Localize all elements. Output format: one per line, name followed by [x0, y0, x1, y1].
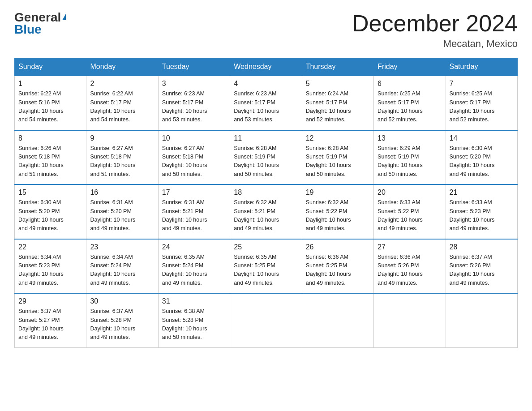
day-info: Sunrise: 6:27 AM Sunset: 5:18 PM Dayligh… — [162, 144, 226, 179]
day-info: Sunrise: 6:25 AM Sunset: 5:17 PM Dayligh… — [450, 90, 514, 124]
day-number: 18 — [234, 188, 298, 197]
logo-triangle-icon — [62, 14, 66, 20]
calendar-cell: 31 Sunrise: 6:38 AM Sunset: 5:28 PM Dayl… — [158, 293, 230, 347]
day-info: Sunrise: 6:37 AM Sunset: 5:27 PM Dayligh… — [18, 307, 82, 342]
calendar-cell: 1 Sunrise: 6:22 AM Sunset: 5:16 PM Dayli… — [15, 76, 86, 130]
day-number: 7 — [450, 80, 514, 88]
day-number: 4 — [234, 80, 298, 88]
day-number: 25 — [234, 243, 298, 251]
calendar-table: SundayMondayTuesdayWednesdayThursdayFrid… — [14, 58, 518, 348]
day-info: Sunrise: 6:36 AM Sunset: 5:25 PM Dayligh… — [306, 253, 370, 288]
calendar-cell — [302, 293, 373, 347]
day-info: Sunrise: 6:37 AM Sunset: 5:26 PM Dayligh… — [450, 253, 514, 288]
calendar-cell: 23 Sunrise: 6:34 AM Sunset: 5:24 PM Dayl… — [86, 239, 158, 294]
day-info: Sunrise: 6:28 AM Sunset: 5:19 PM Dayligh… — [306, 144, 370, 179]
calendar-cell: 26 Sunrise: 6:36 AM Sunset: 5:25 PM Dayl… — [302, 239, 373, 294]
day-number: 29 — [18, 297, 82, 305]
calendar-cell: 24 Sunrise: 6:35 AM Sunset: 5:24 PM Dayl… — [158, 239, 230, 294]
calendar-cell: 10 Sunrise: 6:27 AM Sunset: 5:18 PM Dayl… — [158, 130, 230, 185]
header-row: SundayMondayTuesdayWednesdayThursdayFrid… — [15, 58, 518, 76]
day-info: Sunrise: 6:22 AM Sunset: 5:16 PM Dayligh… — [18, 90, 82, 124]
title-area: December 2024 Mecatan, Mexico — [352, 11, 518, 50]
calendar-cell: 9 Sunrise: 6:27 AM Sunset: 5:18 PM Dayli… — [86, 130, 158, 185]
day-number: 3 — [162, 80, 226, 88]
calendar-cell — [374, 293, 446, 347]
day-number: 20 — [378, 188, 442, 197]
calendar-cell — [446, 293, 517, 347]
col-header-monday: Monday — [86, 58, 158, 76]
day-info: Sunrise: 6:24 AM Sunset: 5:17 PM Dayligh… — [306, 90, 370, 124]
day-info: Sunrise: 6:30 AM Sunset: 5:20 PM Dayligh… — [450, 144, 514, 179]
day-number: 28 — [450, 243, 514, 251]
day-info: Sunrise: 6:33 AM Sunset: 5:22 PM Dayligh… — [378, 198, 442, 233]
day-info: Sunrise: 6:30 AM Sunset: 5:20 PM Dayligh… — [18, 198, 82, 233]
calendar-cell — [230, 293, 302, 347]
day-info: Sunrise: 6:28 AM Sunset: 5:19 PM Dayligh… — [234, 144, 298, 179]
header: General Blue December 2024 Mecatan, Mexi… — [14, 11, 518, 50]
day-number: 24 — [162, 243, 226, 251]
day-number: 9 — [90, 134, 154, 142]
col-header-tuesday: Tuesday — [158, 58, 230, 76]
calendar-cell: 25 Sunrise: 6:35 AM Sunset: 5:25 PM Dayl… — [230, 239, 302, 294]
logo-blue-text: Blue — [14, 23, 42, 37]
calendar-cell: 18 Sunrise: 6:32 AM Sunset: 5:21 PM Dayl… — [230, 184, 302, 239]
calendar-cell: 4 Sunrise: 6:23 AM Sunset: 5:17 PM Dayli… — [230, 76, 302, 130]
day-info: Sunrise: 6:32 AM Sunset: 5:22 PM Dayligh… — [306, 198, 370, 233]
day-info: Sunrise: 6:31 AM Sunset: 5:20 PM Dayligh… — [90, 198, 154, 233]
day-number: 1 — [18, 80, 82, 88]
day-info: Sunrise: 6:31 AM Sunset: 5:21 PM Dayligh… — [162, 198, 226, 233]
day-info: Sunrise: 6:23 AM Sunset: 5:17 PM Dayligh… — [162, 90, 226, 124]
col-header-wednesday: Wednesday — [230, 58, 302, 76]
logo: General Blue — [14, 11, 66, 37]
day-number: 15 — [18, 188, 82, 197]
day-number: 10 — [162, 134, 226, 142]
week-row-5: 29 Sunrise: 6:37 AM Sunset: 5:27 PM Dayl… — [15, 293, 518, 347]
calendar-cell: 8 Sunrise: 6:26 AM Sunset: 5:18 PM Dayli… — [15, 130, 86, 185]
calendar-cell: 20 Sunrise: 6:33 AM Sunset: 5:22 PM Dayl… — [374, 184, 446, 239]
day-info: Sunrise: 6:36 AM Sunset: 5:26 PM Dayligh… — [378, 253, 442, 288]
day-info: Sunrise: 6:27 AM Sunset: 5:18 PM Dayligh… — [90, 144, 154, 179]
day-info: Sunrise: 6:37 AM Sunset: 5:28 PM Dayligh… — [90, 307, 154, 342]
calendar-cell: 17 Sunrise: 6:31 AM Sunset: 5:21 PM Dayl… — [158, 184, 230, 239]
calendar-cell: 2 Sunrise: 6:22 AM Sunset: 5:17 PM Dayli… — [86, 76, 158, 130]
day-info: Sunrise: 6:23 AM Sunset: 5:17 PM Dayligh… — [234, 90, 298, 124]
day-number: 16 — [90, 188, 154, 197]
month-title: December 2024 — [352, 11, 518, 36]
calendar-cell: 7 Sunrise: 6:25 AM Sunset: 5:17 PM Dayli… — [446, 76, 517, 130]
calendar-cell: 12 Sunrise: 6:28 AM Sunset: 5:19 PM Dayl… — [302, 130, 373, 185]
calendar-cell: 6 Sunrise: 6:25 AM Sunset: 5:17 PM Dayli… — [374, 76, 446, 130]
day-info: Sunrise: 6:34 AM Sunset: 5:23 PM Dayligh… — [18, 253, 82, 288]
day-number: 11 — [234, 134, 298, 142]
week-row-2: 8 Sunrise: 6:26 AM Sunset: 5:18 PM Dayli… — [15, 130, 518, 185]
calendar-cell: 3 Sunrise: 6:23 AM Sunset: 5:17 PM Dayli… — [158, 76, 230, 130]
day-info: Sunrise: 6:25 AM Sunset: 5:17 PM Dayligh… — [378, 90, 442, 124]
day-number: 6 — [378, 80, 442, 88]
day-number: 22 — [18, 243, 82, 251]
week-row-4: 22 Sunrise: 6:34 AM Sunset: 5:23 PM Dayl… — [15, 239, 518, 294]
day-number: 17 — [162, 188, 226, 197]
calendar-cell: 19 Sunrise: 6:32 AM Sunset: 5:22 PM Dayl… — [302, 184, 373, 239]
calendar-cell: 21 Sunrise: 6:33 AM Sunset: 5:23 PM Dayl… — [446, 184, 517, 239]
day-number: 30 — [90, 297, 154, 305]
day-info: Sunrise: 6:38 AM Sunset: 5:28 PM Dayligh… — [162, 307, 226, 342]
day-number: 26 — [306, 243, 370, 251]
day-number: 12 — [306, 134, 370, 142]
day-number: 14 — [450, 134, 514, 142]
col-header-thursday: Thursday — [302, 58, 373, 76]
day-info: Sunrise: 6:34 AM Sunset: 5:24 PM Dayligh… — [90, 253, 154, 288]
day-number: 23 — [90, 243, 154, 251]
day-info: Sunrise: 6:29 AM Sunset: 5:19 PM Dayligh… — [378, 144, 442, 179]
calendar-cell: 15 Sunrise: 6:30 AM Sunset: 5:20 PM Dayl… — [15, 184, 86, 239]
day-number: 5 — [306, 80, 370, 88]
day-number: 13 — [378, 134, 442, 142]
calendar-cell: 30 Sunrise: 6:37 AM Sunset: 5:28 PM Dayl… — [86, 293, 158, 347]
day-info: Sunrise: 6:26 AM Sunset: 5:18 PM Dayligh… — [18, 144, 82, 179]
col-header-friday: Friday — [374, 58, 446, 76]
week-row-1: 1 Sunrise: 6:22 AM Sunset: 5:16 PM Dayli… — [15, 76, 518, 130]
day-info: Sunrise: 6:35 AM Sunset: 5:24 PM Dayligh… — [162, 253, 226, 288]
calendar-cell: 28 Sunrise: 6:37 AM Sunset: 5:26 PM Dayl… — [446, 239, 517, 294]
calendar-cell: 14 Sunrise: 6:30 AM Sunset: 5:20 PM Dayl… — [446, 130, 517, 185]
calendar-cell: 27 Sunrise: 6:36 AM Sunset: 5:26 PM Dayl… — [374, 239, 446, 294]
day-info: Sunrise: 6:32 AM Sunset: 5:21 PM Dayligh… — [234, 198, 298, 233]
day-info: Sunrise: 6:22 AM Sunset: 5:17 PM Dayligh… — [90, 90, 154, 124]
